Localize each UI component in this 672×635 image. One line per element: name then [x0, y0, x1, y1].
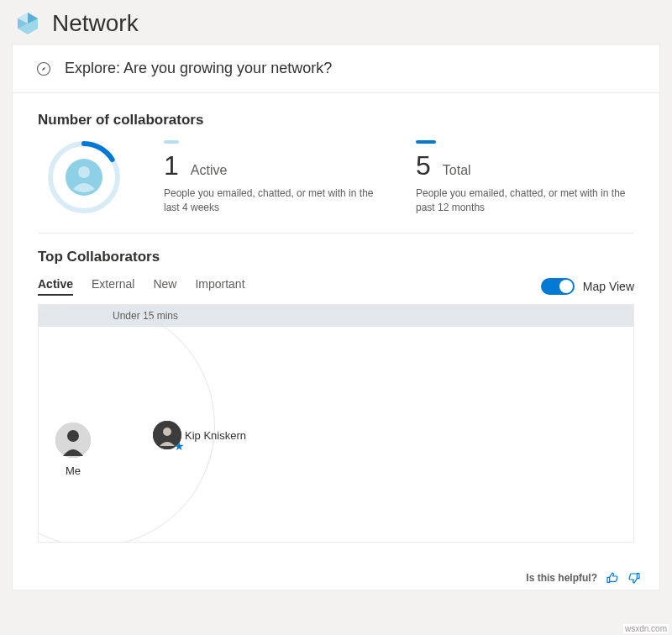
map-view-toggle[interactable]	[541, 278, 575, 295]
svg-marker-5	[42, 66, 46, 71]
tab-new[interactable]: New	[153, 277, 176, 296]
stat-total-value: 5	[416, 150, 431, 181]
stat-total-bar	[416, 140, 436, 144]
thumbs-up-icon[interactable]	[606, 571, 619, 585]
tab-external[interactable]: External	[92, 277, 134, 296]
person-kip[interactable]: ★	[153, 421, 181, 449]
main-card: Explore: Are you growing your network? N…	[12, 44, 660, 590]
page-title: Network	[52, 10, 139, 37]
map-view-control: Map View	[541, 278, 634, 295]
compass-icon	[36, 61, 51, 76]
me-label: Me	[66, 464, 81, 477]
attribution: wsxdn.com	[623, 624, 669, 633]
favorite-star-icon: ★	[174, 439, 185, 453]
tabs-row: Active External New Important Map View	[38, 277, 634, 296]
collaborator-map: Under 15 mins Me ★ Kip Kniskern	[38, 304, 634, 543]
stat-active-bar	[164, 140, 179, 144]
explore-row[interactable]: Explore: Are you growing your network?	[13, 45, 659, 93]
feedback-prompt: Is this helpful?	[526, 572, 597, 584]
network-logo-icon	[15, 11, 40, 36]
tab-important[interactable]: Important	[195, 277, 244, 296]
explore-text: Explore: Are you growing your network?	[65, 60, 332, 77]
stat-active: 1 Active People you emailed, chatted, or…	[164, 137, 382, 215]
tab-active[interactable]: Active	[38, 277, 73, 296]
thumbs-down-icon[interactable]	[627, 571, 641, 585]
svg-point-8	[78, 166, 90, 178]
stat-total-label: Total	[443, 163, 471, 178]
progress-ring	[38, 137, 130, 218]
person-kip-label: Kip Kniskern	[185, 429, 246, 442]
collab-tabs: Active External New Important	[38, 277, 245, 296]
stat-active-label: Active	[191, 163, 228, 178]
avatar-kip: ★	[153, 421, 181, 449]
feedback-row: Is this helpful?	[13, 561, 659, 590]
top-collaborators-section: Top Collaborators Active External New Im…	[13, 234, 659, 561]
avatar-me	[55, 422, 91, 458]
ring-label: Under 15 mins	[113, 310, 178, 322]
collab-count-title: Number of collaborators	[38, 112, 634, 129]
person-me[interactable]: Me	[55, 422, 91, 477]
collab-count-section: Number of collaborators 1 Active People …	[13, 93, 659, 218]
stat-total: 5 Total People you emailed, chatted, or …	[416, 137, 634, 215]
map-view-label: Map View	[583, 280, 634, 293]
top-collaborators-title: Top Collaborators	[38, 249, 634, 265]
svg-point-10	[67, 430, 79, 442]
stat-total-desc: People you emailed, chatted, or met with…	[416, 186, 626, 215]
page-header: Network	[0, 0, 672, 44]
stats-row: 1 Active People you emailed, chatted, or…	[38, 129, 634, 218]
stat-active-value: 1	[164, 150, 179, 181]
stat-active-desc: People you emailed, chatted, or met with…	[164, 186, 374, 215]
svg-point-12	[163, 428, 171, 436]
